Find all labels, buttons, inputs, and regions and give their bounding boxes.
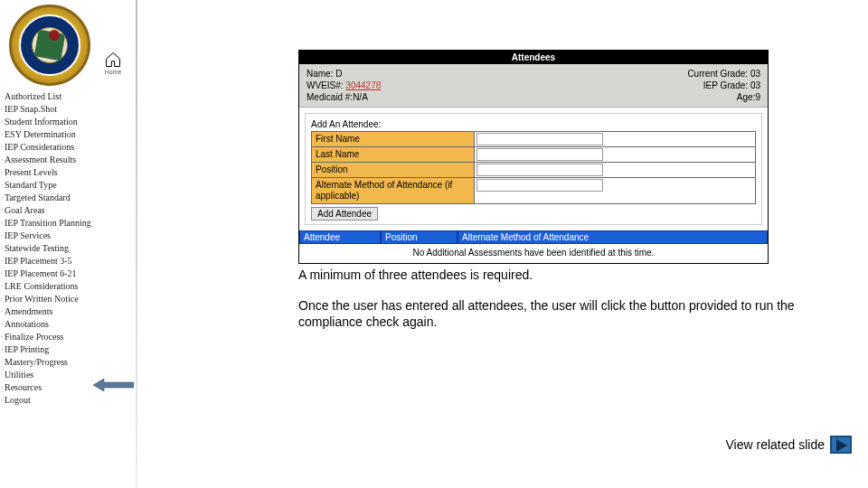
age-row: Age:9 xyxy=(687,91,760,103)
position-label: Position xyxy=(312,163,475,177)
home-icon xyxy=(104,51,122,69)
vertical-divider xyxy=(136,0,137,488)
nav-list: Authorized List IEP Snap.Shot Student In… xyxy=(5,89,136,406)
view-related-slide[interactable]: View related slide xyxy=(726,436,852,454)
nav-item[interactable]: IEP Services xyxy=(5,229,136,241)
nav-item[interactable]: IEP Placement 3-5 xyxy=(5,254,136,267)
nav-item[interactable]: Standard Type xyxy=(5,178,136,191)
attendees-panel: Attendees Name: D WVEIS#: 3044278 Medica… xyxy=(298,50,769,264)
position-input[interactable] xyxy=(476,164,603,176)
nav-item[interactable]: Authorized List xyxy=(5,89,136,102)
add-attendee-button[interactable]: Add Attendee xyxy=(311,207,378,221)
svg-marker-0 xyxy=(93,379,134,391)
note-line-1: A minimum of three attendees is required… xyxy=(298,267,805,283)
nav-item[interactable]: Student Information xyxy=(5,115,136,127)
col-alt-method: Alternate Method of Attendance xyxy=(458,230,768,244)
nav-item[interactable]: Logout xyxy=(5,393,136,406)
note-line-2: Once the user has entered all attendees,… xyxy=(298,297,805,330)
form-title: Add An Attendee: xyxy=(311,119,756,129)
attendee-table-header: Attendee Position Alternate Method of At… xyxy=(299,230,768,244)
name-row: Name: D xyxy=(307,68,381,80)
wveis-row: WVEIS#: 3044278 xyxy=(307,80,381,91)
nav-item[interactable]: Finalize Process xyxy=(5,330,136,343)
nav-item[interactable]: IEP Placement 6-21 xyxy=(5,267,136,279)
last-name-input[interactable] xyxy=(476,148,603,161)
nav-item[interactable]: Annotations xyxy=(5,317,136,330)
alt-method-label: Alternate Method of Attendance (if appli… xyxy=(312,178,475,203)
nav-item[interactable]: IEP Snap.Shot xyxy=(5,102,136,115)
wveis-link[interactable]: 3044278 xyxy=(345,80,381,90)
main-panel: Attendees Name: D WVEIS#: 3044278 Medica… xyxy=(298,50,769,264)
nav-item[interactable]: Prior Written Notice xyxy=(5,292,136,305)
wv-seal-logo xyxy=(9,5,90,86)
last-name-label: Last Name xyxy=(312,147,475,162)
table-empty-msg: No Additional Assessments have been iden… xyxy=(299,244,768,263)
nav-item[interactable]: Assessment Results xyxy=(5,153,136,165)
current-grade-row: Current Grade: 03 xyxy=(687,68,760,80)
col-attendee: Attendee xyxy=(299,230,381,244)
nav-item[interactable]: Statewide Testing xyxy=(5,241,136,254)
nav-item[interactable]: ESY Determination xyxy=(5,127,136,140)
nav-item[interactable]: Mastery/Progress xyxy=(5,355,136,368)
home-label: Home xyxy=(104,69,122,75)
nav-item[interactable]: IEP Printing xyxy=(5,343,136,355)
student-info-bar: Name: D WVEIS#: 3044278 Medicaid #:N/A C… xyxy=(299,64,768,108)
nav-item[interactable]: Goal Areas xyxy=(5,203,136,216)
arrow-left-icon xyxy=(93,379,134,391)
nav-item[interactable]: Amendments xyxy=(5,305,136,317)
sidebar: Home Authorized List IEP Snap.Shot Stude… xyxy=(0,0,136,488)
iep-grade-row: IEP Grade: 03 xyxy=(687,80,760,91)
medicaid-row: Medicaid #:N/A xyxy=(307,91,381,103)
nav-item[interactable]: Targeted Standard xyxy=(5,191,136,203)
instruction-text: A minimum of three attendees is required… xyxy=(298,267,805,345)
col-position: Position xyxy=(381,230,458,244)
play-icon xyxy=(830,436,852,454)
nav-item[interactable]: Present Levels xyxy=(5,165,136,178)
nav-item[interactable]: LRE Considerations xyxy=(5,279,136,292)
related-label: View related slide xyxy=(726,437,825,452)
home-button[interactable]: Home xyxy=(104,51,122,75)
nav-item[interactable]: IEP Considerations xyxy=(5,140,136,153)
first-name-label: First Name xyxy=(312,132,475,146)
first-name-input[interactable] xyxy=(476,133,603,145)
panel-title: Attendees xyxy=(299,51,768,64)
nav-item[interactable]: IEP Transition Planning xyxy=(5,216,136,229)
alt-method-input[interactable] xyxy=(476,179,603,192)
add-attendee-form: Add An Attendee: First Name Last Name Po… xyxy=(305,113,762,225)
